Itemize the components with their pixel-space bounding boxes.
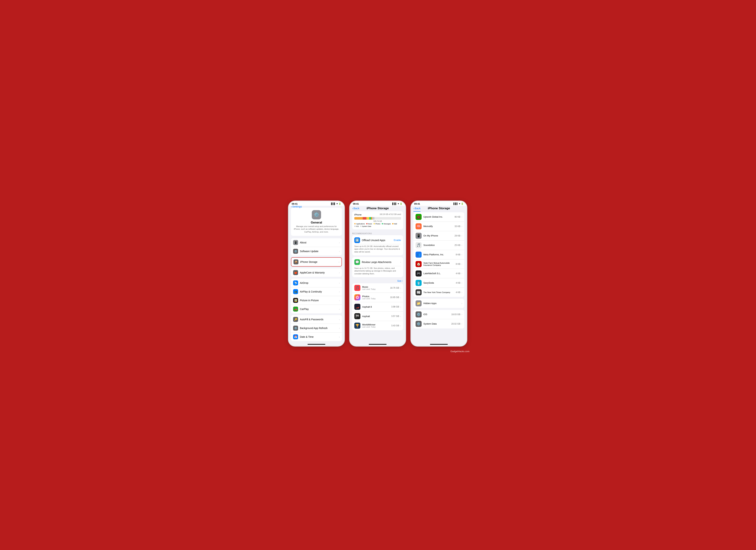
legend-dot-mail: [392, 223, 393, 224]
phone-3-content: 💼 Upwork Global Inc. 90 KB › 🧠 Memotify …: [411, 211, 467, 343]
chevron-applecare: ›: [339, 271, 340, 274]
legend-label-messages: Messages: [384, 223, 391, 225]
list-item-memotify[interactable]: 🧠 Memotify 33 KB ›: [413, 222, 464, 231]
legend-label-apps: Applications: [356, 223, 365, 225]
settings-item-applecare[interactable]: 🍎 AppleCare & Warranty ›: [291, 268, 342, 277]
wifi-icon-2: ▾: [398, 202, 399, 205]
iphone-storage-label: iPhone Storage: [300, 260, 339, 263]
settings-item-pip[interactable]: 🖼️ Picture in Picture ›: [291, 296, 342, 305]
time-1: 09:41: [292, 202, 298, 205]
general-card: ⚙️ General Manage your overall setup and…: [291, 208, 342, 236]
list-item-hidden-apps[interactable]: 📁 Hidden Apps ›: [413, 299, 464, 308]
chevron-software: ›: [339, 250, 340, 253]
hidden-apps-section: 📁 Hidden Apps ›: [413, 299, 464, 308]
settings-item-iphone-storage[interactable]: 📦 iPhone Storage ›: [291, 258, 342, 266]
airdrop-label: AirDrop: [300, 281, 339, 284]
photos-size: 10.65 GB: [390, 296, 399, 299]
list-item-meta[interactable]: 👥 Meta Platforms, Inc. 8 KB ›: [413, 250, 464, 259]
photos-name: Photos: [362, 295, 390, 298]
chevron-ios: ›: [461, 313, 462, 316]
asphalt8-size: 3.98 GB: [391, 306, 399, 308]
statefarm-name: State Farm Mutual Automobile Insurance C…: [423, 262, 456, 266]
autofill-label: AutoFill & Passwords: [300, 318, 339, 321]
chevron-statefarm: ›: [461, 263, 462, 265]
list-item-savysoda[interactable]: 🥤 SavySoda 4 KB ›: [413, 278, 464, 288]
bg-refresh-icon: ⚙️: [293, 326, 298, 331]
settings-item-background-refresh[interactable]: ⚙️ Background App Refresh ›: [291, 324, 342, 333]
home-indicator-2: [369, 344, 387, 345]
asphalt8-name: Asphalt 8: [362, 306, 391, 308]
worldwinner-name: WorldWinner: [362, 323, 391, 326]
soundslice-name: Soundslice: [423, 244, 455, 246]
upwork-size: 90 KB: [455, 216, 460, 218]
app-list-2: 🎵 Music Last used: Today 18.75 GB › 🌸 Ph…: [352, 283, 403, 330]
large-attach-title: Review Large Attachments: [362, 261, 398, 264]
asphalt-size: 3.57 GB: [391, 315, 399, 317]
back-button-1[interactable]: ‹ Settings: [291, 205, 302, 208]
app-item-asphalt8[interactable]: 🏎️ Asphalt 8 3.98 GB ›: [352, 302, 403, 312]
list-item-sysdata[interactable]: ⚙️ System Data 20.02 GB ›: [413, 319, 464, 328]
status-icons-1: ▌▌▌ ▾ 🔋: [331, 202, 341, 205]
nav-title-3: iPhone Storage: [428, 207, 450, 210]
nyt-name: The New York Times Company: [423, 291, 456, 293]
hidden-apps-label: Hidden Apps: [423, 302, 461, 305]
list-item-ios[interactable]: ⚙️ iOS 18.03 GB ›: [413, 310, 464, 319]
software-update-icon: ⚙️: [293, 249, 298, 254]
recommendations-header: RECOMMENDATIONS: [352, 231, 403, 235]
settings-item-carplay[interactable]: 🚗 CarPlay ›: [291, 305, 342, 313]
chevron-left-icon-3: ‹: [413, 207, 414, 210]
offload-title: Offload Unused Apps: [362, 239, 392, 242]
nav-title-2: iPhone Storage: [367, 207, 389, 210]
list-item-soundslice[interactable]: 🎵 Soundslice 25 KB ›: [413, 241, 464, 250]
chevron-meta: ›: [461, 253, 462, 256]
applecare-label: AppleCare & Warranty: [300, 271, 339, 274]
status-icons-3: ▌▌▌ ▾ 🔋: [453, 202, 464, 205]
app-item-worldwinner[interactable]: 🏆 WorldWinner Last used: Today 3.43 GB ›: [352, 321, 403, 330]
chevron-nyt: ›: [461, 291, 462, 294]
legend-dot-ios: [354, 226, 356, 227]
offload-enable[interactable]: Enable: [394, 239, 401, 241]
app-item-asphalt[interactable]: 🏁 Asphalt 3.57 GB ›: [352, 312, 403, 321]
app-item-photos[interactable]: 🌸 Photos Last used: Today 10.65 GB ›: [352, 293, 403, 302]
worldwinner-last: Last used: Today: [362, 326, 391, 328]
chevron-upwork: ›: [461, 215, 462, 218]
chevron-onmyiphone: ›: [461, 234, 462, 237]
pip-icon: 🖼️: [293, 298, 298, 303]
chevron-asphalt: ›: [400, 315, 401, 318]
sort-label[interactable]: Size ↑: [397, 280, 403, 282]
statefarm-size: 8 KB: [456, 263, 460, 265]
settings-list-1: 📱 About › ⚙️ Software Update ›: [291, 238, 342, 256]
settings-item-software-update[interactable]: ⚙️ Software Update ›: [291, 247, 342, 256]
applecare-icon: 🍎: [293, 270, 298, 275]
settings-item-airdrop[interactable]: 📡 AirDrop ›: [291, 279, 342, 287]
chevron-airdrop: ›: [339, 282, 340, 284]
general-desc: Manage your overall setup and preference…: [293, 225, 339, 233]
list-item-upwork[interactable]: 💼 Upwork Global Inc. 90 KB ›: [413, 212, 464, 222]
back-button-2[interactable]: ‹ Back: [352, 207, 359, 210]
settings-item-airplay[interactable]: 📺 AirPlay & Continuity ›: [291, 287, 342, 296]
status-bar-2: 09:41 ▌▌▌ ▾ 🔋: [350, 201, 406, 206]
latenitesoft-icon: 🎮: [416, 270, 422, 277]
back-button-3[interactable]: ‹ Back: [413, 207, 421, 210]
ios-name: iOS: [423, 313, 451, 316]
settings-item-autofill[interactable]: 🔑 AutoFill & Passwords ›: [291, 315, 342, 324]
list-item-onmyiphone[interactable]: 📱 On My iPhone 29 KB ›: [413, 231, 464, 241]
wifi-icon: ▾: [337, 202, 338, 205]
list-item-latenitesoft[interactable]: 🎮 LateNiteSoft S.L. 4 KB ›: [413, 269, 464, 278]
app-item-music[interactable]: 🎵 Music Last used: Today 18.75 GB ›: [352, 283, 403, 293]
photos-last: Last used: Today: [362, 298, 390, 300]
settings-item-about[interactable]: 📱 About ›: [291, 238, 342, 247]
legend-sysdata: System Data: [360, 225, 371, 227]
chevron-memotify: ›: [461, 225, 462, 228]
list-item-statefarm[interactable]: 🏠 State Farm Mutual Automobile Insurance…: [413, 259, 464, 269]
time-3: 09:41: [414, 202, 420, 205]
phone-2: 09:41 ▌▌▌ ▾ 🔋 ‹ Back iPhone Storage: [349, 201, 406, 347]
music-info: Music Last used: Today: [362, 286, 390, 290]
large-attach-card[interactable]: 💬 Review Large Attachments › Save up to …: [352, 257, 403, 277]
list-item-nyt[interactable]: 📰 The New York Times Company 4 KB ›: [413, 288, 464, 297]
onmyiphone-name: On My iPhone: [423, 234, 455, 237]
iphone-storage-highlighted[interactable]: 📦 iPhone Storage ›: [291, 257, 342, 267]
phone-3: 09:41 ▌▌▌ ▾ 🔋 ‹ Back iPhone Storage: [410, 201, 467, 347]
settings-item-datetime[interactable]: 📅 Date & Time ›: [291, 333, 342, 341]
battery-icon: 🔋: [338, 202, 341, 205]
